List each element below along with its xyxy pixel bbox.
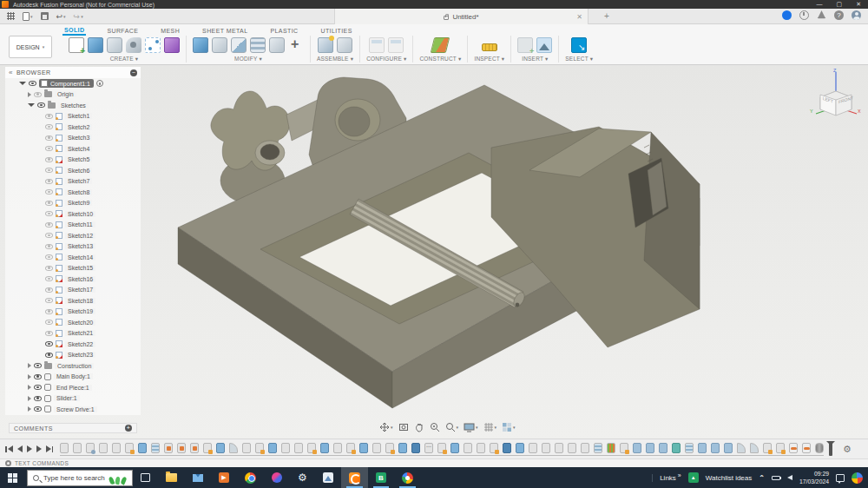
ribbon-tab[interactable]: SOLID: [62, 25, 86, 36]
browser-sketch-row[interactable]: Sketch15: [5, 263, 141, 274]
fit-button[interactable]: ▾: [445, 422, 459, 432]
collapsed-triangle-icon[interactable]: [28, 406, 31, 412]
assemble-group-label[interactable]: ASSEMBLE ▾: [317, 56, 353, 63]
browser-sketch-row[interactable]: Sketch16: [5, 274, 141, 285]
timeline-feature-icon[interactable]: [437, 443, 446, 453]
visibility-eye-icon[interactable]: [45, 309, 53, 314]
visibility-eye-icon[interactable]: [45, 276, 53, 281]
look-at-button[interactable]: [414, 422, 424, 432]
insert-derive-icon[interactable]: [517, 37, 533, 53]
browser-sketch-row[interactable]: Sketch13: [5, 241, 141, 253]
timeline-feature-icon[interactable]: [281, 443, 290, 453]
timeline-feature-icon[interactable]: [385, 443, 394, 453]
mail-button[interactable]: [185, 467, 211, 488]
timeline-feature-icon[interactable]: [190, 443, 199, 453]
ribbon-tab[interactable]: PLASTIC: [268, 26, 299, 35]
timeline-feature-icon[interactable]: [685, 443, 694, 453]
revolve-icon[interactable]: [107, 37, 122, 53]
timeline-settings-gear-icon[interactable]: ⚙: [843, 444, 852, 455]
browser-sketch-row[interactable]: Sketch1: [5, 111, 141, 122]
expand-comments-icon[interactable]: +: [125, 425, 132, 432]
visibility-eye-icon[interactable]: [34, 385, 42, 390]
visibility-eye-icon[interactable]: [45, 179, 53, 184]
taskbar-search-input[interactable]: Type here to search: [27, 470, 133, 486]
timeline-feature-icon[interactable]: [333, 443, 342, 453]
timeline-feature-icon[interactable]: [125, 443, 134, 453]
text-commands-gear-icon[interactable]: [5, 460, 11, 466]
browser-sketch-row[interactable]: Sketch2: [5, 122, 141, 133]
timeline-feature-icon[interactable]: [216, 443, 225, 453]
timeline-feature-icon[interactable]: [151, 443, 160, 453]
browser-sketch-row[interactable]: Sketch22: [5, 339, 141, 350]
browser-sketch-row[interactable]: Sketch5: [5, 155, 141, 166]
browser-origin-row[interactable]: Origin: [5, 89, 141, 101]
visibility-eye-icon[interactable]: [45, 287, 53, 293]
select-icon[interactable]: [571, 37, 587, 53]
activate-component-radio[interactable]: [96, 80, 103, 87]
timeline-feature-icon[interactable]: [177, 443, 186, 453]
browser-sketch-row[interactable]: Sketch19: [5, 307, 141, 318]
fillet-icon[interactable]: [212, 37, 227, 53]
remove-panel-icon[interactable]: −: [130, 69, 137, 76]
visibility-eye-icon[interactable]: [45, 114, 53, 119]
job-status-icon[interactable]: [799, 10, 809, 20]
hole-icon[interactable]: [126, 37, 141, 53]
minimize-button[interactable]: —: [817, 1, 823, 8]
green-app-button[interactable]: B: [368, 467, 394, 488]
expand-triangle-icon[interactable]: [19, 82, 26, 85]
browser-sketch-row[interactable]: Sketch6: [5, 165, 141, 176]
go-to-start-button[interactable]: [5, 445, 13, 452]
inspect-group-label[interactable]: INSPECT ▾: [474, 56, 504, 63]
browser-sketch-row[interactable]: Sketch9: [5, 198, 141, 209]
visibility-eye-icon[interactable]: [45, 168, 53, 173]
step-back-button[interactable]: [17, 445, 23, 452]
visibility-eye-icon[interactable]: [45, 222, 53, 228]
timeline-feature-icon[interactable]: [659, 443, 667, 453]
ribbon-tab[interactable]: UTILITIES: [319, 26, 353, 35]
timeline-feature-icon[interactable]: [73, 443, 82, 453]
browser-sketch-row[interactable]: Sketch12: [5, 230, 141, 241]
browser-sketch-row[interactable]: Sketch14: [5, 252, 141, 263]
timeline-feature-icon[interactable]: [450, 443, 459, 453]
timeline-feature-icon[interactable]: [99, 443, 108, 453]
timeline-feature-icon[interactable]: [555, 443, 563, 453]
timeline-feature-icon[interactable]: [763, 443, 772, 453]
timeline-feature-icon[interactable]: [776, 443, 785, 453]
close-button[interactable]: ✕: [856, 1, 861, 8]
timeline-feature-icon[interactable]: [529, 443, 537, 453]
browser-sketch-row[interactable]: Sketch10: [5, 208, 141, 220]
timeline-feature-icon[interactable]: [490, 443, 498, 453]
collapse-panel-icon[interactable]: «: [9, 69, 13, 76]
timeline-feature-icon[interactable]: [398, 443, 407, 453]
timeline-feature-icon[interactable]: [711, 443, 720, 453]
visibility-eye-icon[interactable]: [37, 102, 45, 108]
close-tab-icon[interactable]: ✕: [576, 13, 582, 21]
new-tab-button[interactable]: +: [604, 11, 609, 21]
browser-root-component-row[interactable]: Component1:1: [5, 78, 141, 89]
expand-triangle-icon[interactable]: [28, 103, 35, 107]
timeline-feature-icon[interactable]: [646, 443, 654, 453]
redo-button[interactable]: ↪▾: [74, 13, 83, 20]
visibility-eye-icon[interactable]: [45, 254, 53, 260]
construct-group-label[interactable]: CONSTRUCT ▾: [419, 56, 461, 63]
timeline-feature-icon[interactable]: [802, 443, 811, 453]
chrome-button[interactable]: [237, 467, 264, 488]
visibility-eye-icon[interactable]: [34, 92, 42, 97]
timeline-feature-icon[interactable]: [359, 443, 368, 453]
visibility-eye-icon[interactable]: [45, 124, 53, 129]
browser-sketch-row[interactable]: Sketch21: [5, 328, 141, 340]
file-explorer-button[interactable]: [158, 467, 185, 488]
timeline-feature-icon[interactable]: [411, 443, 420, 453]
visibility-eye-icon[interactable]: [45, 201, 53, 206]
browser-item-row[interactable]: End Piece:1: [5, 382, 141, 393]
visibility-eye-icon[interactable]: [45, 157, 53, 162]
joint-origin-icon[interactable]: [145, 37, 161, 53]
browser-sketch-row[interactable]: Sketch11: [5, 220, 141, 231]
timeline-feature-icon[interactable]: [750, 443, 759, 453]
search-highlight-plant-icon[interactable]: [108, 473, 128, 485]
help-icon[interactable]: ?: [834, 10, 844, 20]
browser-sketch-row[interactable]: Sketch23: [5, 350, 141, 361]
visibility-eye-icon[interactable]: [45, 211, 53, 216]
collapsed-triangle-icon[interactable]: [28, 396, 31, 401]
profile-avatar[interactable]: [852, 10, 861, 20]
